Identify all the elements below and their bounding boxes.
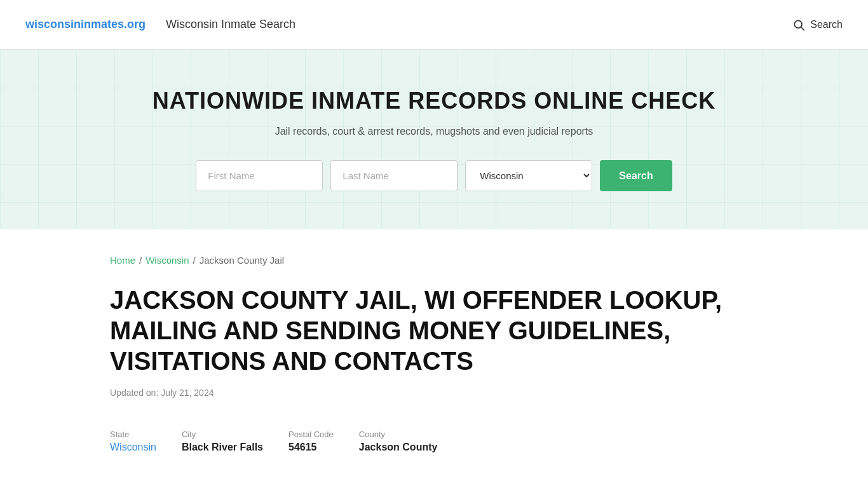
updated-date: July 21, 2024 bbox=[161, 388, 214, 398]
svg-line-1 bbox=[801, 27, 804, 30]
postal-card: Postal Code 54615 bbox=[288, 430, 334, 453]
state-value[interactable]: Wisconsin bbox=[110, 442, 156, 453]
header-search-button[interactable]: Search bbox=[792, 18, 843, 31]
postal-value: 54615 bbox=[288, 442, 334, 453]
city-label: City bbox=[182, 430, 263, 439]
first-name-input[interactable] bbox=[196, 160, 323, 191]
city-value: Black River Falls bbox=[182, 442, 263, 453]
page-title: JACKSON COUNTY JAIL, WI OFFENDER LOOKUP,… bbox=[110, 285, 758, 376]
hero-title: NATIONWIDE INMATE RECORDS ONLINE CHECK bbox=[13, 88, 855, 114]
breadcrumb-current: Jackson County Jail bbox=[200, 255, 284, 266]
state-select[interactable]: AlabamaAlaskaArizonaArkansasCaliforniaCo… bbox=[465, 160, 592, 191]
updated-on: Updated on: July 21, 2024 bbox=[110, 388, 758, 398]
search-form: AlabamaAlaskaArizonaArkansasCaliforniaCo… bbox=[13, 160, 855, 191]
county-value: Jackson County bbox=[359, 442, 438, 453]
breadcrumb: Home / Wisconsin / Jackson County Jail bbox=[110, 255, 758, 266]
search-button[interactable]: Search bbox=[600, 160, 672, 191]
breadcrumb-separator-2: / bbox=[193, 255, 196, 266]
search-icon bbox=[792, 18, 805, 31]
hero-subtitle: Jail records, court & arrest records, mu… bbox=[13, 126, 855, 137]
header-search-label: Search bbox=[810, 19, 843, 30]
site-title: Wisconsin Inmate Search bbox=[166, 18, 792, 31]
last-name-input[interactable] bbox=[330, 160, 458, 191]
hero-section: NATIONWIDE INMATE RECORDS ONLINE CHECK J… bbox=[0, 50, 868, 229]
breadcrumb-home[interactable]: Home bbox=[110, 255, 135, 266]
info-cards: State Wisconsin City Black River Falls P… bbox=[110, 430, 758, 453]
updated-label: Updated on: bbox=[110, 388, 158, 398]
state-card: State Wisconsin bbox=[110, 430, 156, 453]
site-logo[interactable]: wisconsininmates.org bbox=[25, 18, 146, 31]
breadcrumb-separator-1: / bbox=[139, 255, 142, 266]
breadcrumb-state[interactable]: Wisconsin bbox=[146, 255, 189, 266]
city-card: City Black River Falls bbox=[182, 430, 263, 453]
county-label: County bbox=[359, 430, 438, 439]
county-card: County Jackson County bbox=[359, 430, 438, 453]
state-label: State bbox=[110, 430, 156, 439]
postal-label: Postal Code bbox=[288, 430, 334, 439]
main-content: Home / Wisconsin / Jackson County Jail J… bbox=[85, 229, 783, 488]
